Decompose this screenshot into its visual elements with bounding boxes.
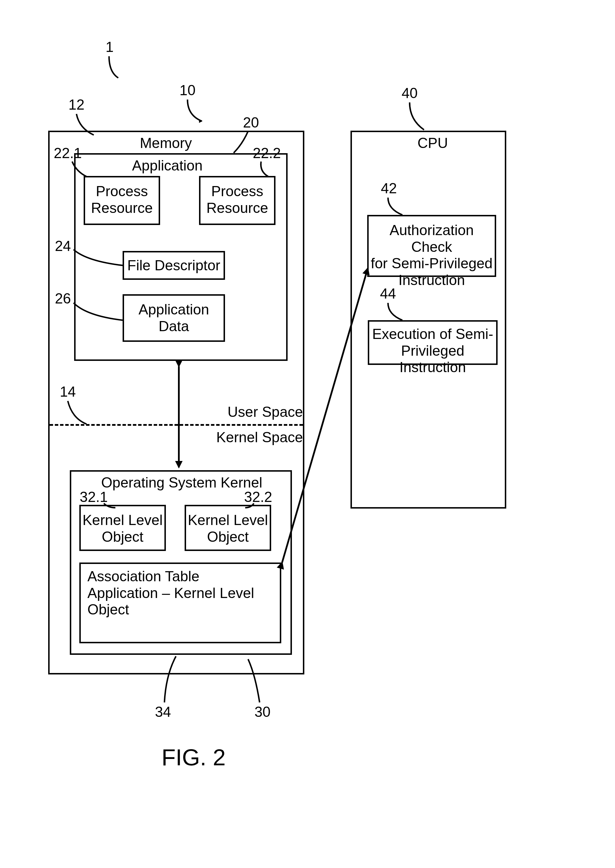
cpu-box bbox=[350, 131, 506, 509]
execution-label: Execution of Semi- Privileged Instructio… bbox=[368, 326, 498, 376]
ref-26: 26 bbox=[52, 290, 75, 307]
process-resource-1-label: Process Resource bbox=[84, 183, 160, 216]
file-descriptor-label: File Descriptor bbox=[123, 257, 225, 274]
auth-check-label: Authorization Check for Semi-Privileged … bbox=[367, 222, 496, 289]
kernel-level-object-2-label: Kernel Level Object bbox=[185, 512, 271, 545]
ref-22-2: 22.2 bbox=[253, 145, 281, 162]
ref-1: 1 bbox=[101, 39, 118, 56]
space-divider-line bbox=[50, 424, 303, 426]
ref-12: 12 bbox=[65, 97, 88, 113]
ref-30: 30 bbox=[251, 704, 274, 721]
ref-32-2: 32.2 bbox=[244, 489, 273, 506]
ref-10: 10 bbox=[176, 82, 199, 99]
ref-14: 14 bbox=[56, 384, 79, 400]
ref-40: 40 bbox=[398, 85, 421, 102]
ref-20: 20 bbox=[239, 114, 262, 131]
kernel-level-object-1-label: Kernel Level Object bbox=[79, 512, 166, 545]
process-resource-2-label: Process Resource bbox=[199, 183, 275, 216]
ref-42: 42 bbox=[377, 180, 400, 197]
ref-44: 44 bbox=[376, 286, 400, 302]
ref-24: 24 bbox=[52, 238, 75, 255]
diagram-canvas: Memory Application Process Resource Proc… bbox=[0, 0, 615, 868]
ref-32-1: 32.1 bbox=[79, 489, 108, 506]
memory-label: Memory bbox=[130, 135, 202, 152]
figure-caption: FIG. 2 bbox=[162, 744, 226, 771]
ref-34: 34 bbox=[151, 704, 175, 721]
cpu-label: CPU bbox=[404, 135, 462, 152]
application-data-label: Application Data bbox=[123, 301, 225, 335]
ref-22-1: 22.1 bbox=[53, 145, 82, 162]
user-space-label: User Space bbox=[219, 404, 303, 421]
association-table-label: Association Table Application – Kernel L… bbox=[87, 568, 275, 618]
os-kernel-label: Operating System Kernel bbox=[101, 475, 262, 491]
application-label: Application bbox=[130, 158, 205, 174]
kernel-space-label: Kernel Space bbox=[211, 429, 303, 446]
